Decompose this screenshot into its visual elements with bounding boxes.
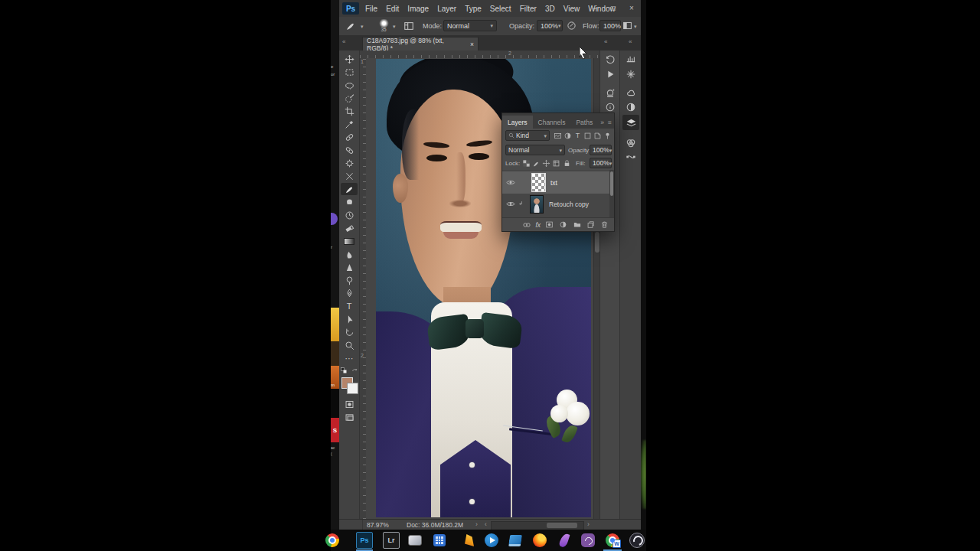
menu-3d[interactable]: 3D [545, 5, 555, 13]
taskbar-media-player-icon[interactable] [484, 533, 499, 548]
layers-scrollbar[interactable] [609, 170, 614, 217]
brushes-panel-icon[interactable] [622, 67, 639, 81]
actions-panel-icon[interactable] [602, 67, 619, 81]
edit-toolbar-button[interactable]: ⋯ [341, 352, 358, 364]
adjustments-panel-icon[interactable] [622, 100, 639, 114]
taskbar-laptop-app-icon[interactable] [508, 533, 523, 548]
chevron-down-icon[interactable]: ▾ [393, 24, 396, 29]
swap-colors-icon[interactable] [351, 367, 358, 373]
menu-edit[interactable]: Edit [386, 5, 399, 13]
filter-smart-object-icon[interactable] [593, 131, 603, 141]
close-button[interactable]: × [626, 4, 638, 12]
lasso-tool[interactable] [341, 79, 358, 91]
blend-mode-select[interactable]: Normal▾ [505, 145, 565, 155]
dodge-tool[interactable] [341, 274, 358, 286]
filter-shape-icon[interactable] [583, 131, 593, 141]
new-group-icon[interactable] [572, 220, 582, 230]
pattern-stamp-tool[interactable] [341, 157, 358, 169]
healing-brush-tool[interactable] [341, 144, 358, 156]
taskbar-chrome-icon[interactable] [325, 533, 340, 548]
taskbar-viber-icon[interactable] [580, 533, 596, 548]
channels-panel-icon[interactable] [622, 136, 639, 150]
visibility-eye-icon[interactable] [505, 199, 515, 209]
lock-transparency-icon[interactable] [521, 158, 531, 168]
taskbar-flame-app-icon[interactable] [462, 533, 477, 548]
crop-tool[interactable] [341, 105, 358, 117]
brush-settings-panel-icon[interactable] [622, 53, 639, 67]
lock-position-icon[interactable] [541, 158, 551, 168]
lock-pixels-icon[interactable] [531, 158, 541, 168]
lock-artboard-icon[interactable] [551, 158, 561, 168]
libraries-panel-icon[interactable] [622, 86, 639, 100]
panel-collapse-icon[interactable]: » [598, 116, 606, 129]
background-color-swatch[interactable] [347, 383, 358, 394]
flow-select[interactable]: 100% [599, 20, 621, 31]
menu-image[interactable]: Image [407, 5, 429, 13]
content-aware-move-tool[interactable] [341, 170, 358, 182]
layer-opacity-select[interactable]: 100%▾ [590, 145, 612, 155]
layer-thumbnail[interactable] [530, 195, 544, 214]
status-arrow-icon[interactable]: › [475, 520, 478, 528]
scroll-left-icon[interactable]: ‹ [485, 520, 487, 528]
move-tool[interactable] [341, 53, 358, 65]
link-layers-icon[interactable] [521, 220, 531, 230]
new-adjustment-layer-icon[interactable] [558, 220, 568, 230]
layer-row-txt[interactable]: txt [502, 171, 609, 194]
type-tool[interactable]: T [341, 300, 358, 312]
brush-tool[interactable] [341, 183, 358, 195]
clone-stamp-tool[interactable] [341, 196, 358, 208]
taskbar-chrome-word-icon[interactable]: W [605, 533, 620, 548]
brush-tool-icon[interactable] [345, 21, 356, 33]
history-brush-tool[interactable] [341, 209, 358, 221]
pen-pressure-icon[interactable] [622, 21, 632, 32]
fill-select[interactable]: 100%▾ [590, 158, 612, 168]
layer-name[interactable]: txt [550, 179, 557, 187]
menu-file[interactable]: File [365, 5, 377, 13]
layer-thumbnail[interactable] [532, 174, 545, 191]
clone-source-panel-icon[interactable] [602, 86, 619, 100]
rotate-view-tool[interactable] [341, 326, 358, 338]
quick-selection-tool[interactable] [341, 92, 358, 104]
menu-filter[interactable]: Filter [520, 5, 537, 13]
screen-mode-button[interactable] [341, 411, 358, 423]
zoom-level-field[interactable]: 87.97% [367, 521, 389, 529]
taskbar-obs-icon[interactable] [629, 533, 645, 548]
spot-healing-brush-tool[interactable] [341, 131, 358, 143]
visibility-eye-icon[interactable] [505, 178, 515, 187]
toggle-brush-panel-icon[interactable] [403, 21, 414, 33]
menu-select[interactable]: Select [490, 5, 511, 13]
kind-filter-select[interactable]: Kind ▾ [505, 130, 550, 141]
pen-tool[interactable] [341, 287, 358, 299]
default-colors-icon[interactable] [341, 367, 347, 373]
collapse-chevrons-icon[interactable]: « [604, 38, 607, 45]
menu-view[interactable]: View [564, 5, 580, 13]
minimize-button[interactable]: – [589, 4, 601, 12]
filter-pin-icon[interactable] [603, 131, 612, 141]
quick-mask-button[interactable] [341, 398, 358, 410]
tab-channels[interactable]: Channels [533, 116, 571, 129]
taskbar-lightroom-icon[interactable]: Lr [383, 532, 400, 549]
lock-all-icon[interactable] [562, 158, 572, 168]
delete-layer-icon[interactable] [599, 220, 609, 230]
taskbar-photoshop-icon[interactable]: Ps [356, 532, 373, 549]
taskbar-firefox-icon[interactable] [532, 533, 547, 548]
sharpen-tool[interactable] [341, 261, 358, 273]
zoom-tool[interactable] [341, 339, 358, 351]
filter-adjustment-icon[interactable] [563, 131, 573, 141]
gradient-tool[interactable] [341, 235, 358, 247]
scroll-right-icon[interactable]: › [587, 520, 590, 528]
taskbar-wallet-icon[interactable] [407, 533, 423, 548]
layer-name[interactable]: Retouch copy [549, 201, 589, 208]
tab-close-icon[interactable]: × [470, 41, 474, 48]
smudge-tool[interactable] [341, 248, 358, 260]
mode-select[interactable]: Normal▾ [443, 20, 497, 31]
horizontal-scrollbar[interactable] [491, 521, 584, 530]
layer-row-retouch-copy[interactable]: Retouch copy [502, 194, 609, 214]
paths-panel-icon[interactable] [622, 150, 639, 164]
airbrush-icon[interactable] [567, 21, 577, 32]
panel-menu-icon[interactable]: ≡ [606, 116, 616, 129]
menu-type[interactable]: Type [465, 5, 482, 13]
collapse-chevrons-icon[interactable]: « [342, 38, 345, 45]
tab-paths[interactable]: Paths [570, 116, 598, 129]
chevron-down-icon[interactable]: ▾ [361, 24, 364, 29]
